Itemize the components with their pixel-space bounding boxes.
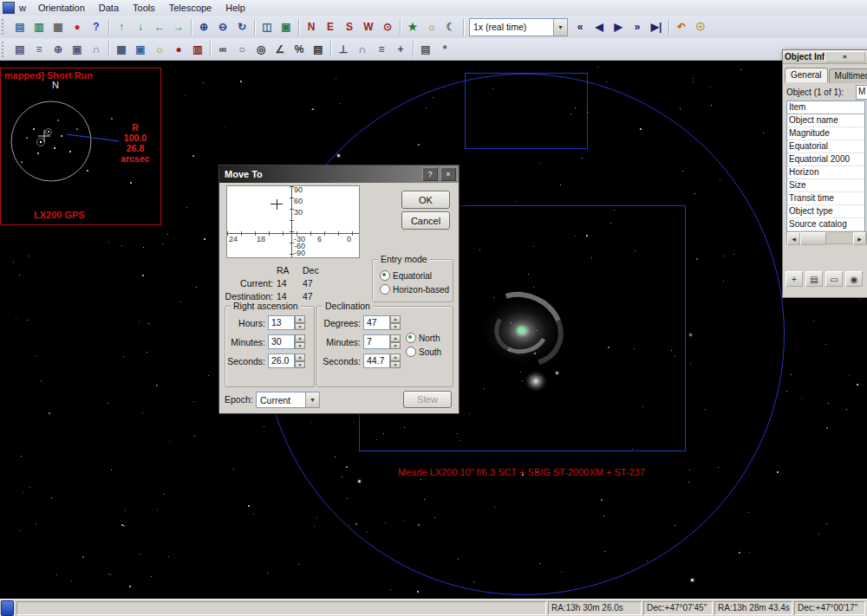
ra-seconds-input[interactable]: 26.0: [268, 353, 295, 368]
look-north-icon[interactable]: N: [302, 17, 321, 36]
dec-seconds-stepper[interactable]: ▲▼: [390, 353, 401, 368]
spin-up-icon[interactable]: ▲: [295, 315, 305, 323]
look-west-icon[interactable]: W: [359, 17, 378, 36]
observing-list-icon[interactable]: ≡: [29, 40, 49, 59]
slew-button[interactable]: Slew: [403, 391, 452, 408]
toolbar-grip[interactable]: [2, 19, 7, 35]
spin-up-icon[interactable]: ▲: [390, 315, 401, 323]
menu-item[interactable]: Data: [92, 2, 126, 14]
object-info-titlebar[interactable]: Object Information ×: [783, 50, 867, 64]
spin-down-icon[interactable]: ▼: [390, 323, 401, 331]
ra-seconds-stepper[interactable]: ▲▼: [295, 353, 305, 368]
dec-minutes-input[interactable]: 7: [363, 334, 390, 349]
zoom-out-icon[interactable]: ⊖: [213, 17, 232, 36]
spin-down-icon[interactable]: ▼: [295, 342, 305, 350]
field-width-icon[interactable]: ◫: [257, 17, 277, 36]
menu-item[interactable]: Help: [218, 2, 252, 14]
chevron-down-icon[interactable]: ▼: [305, 392, 319, 407]
list-item[interactable]: Transit time: [787, 192, 864, 205]
time-undo-icon[interactable]: ↶: [672, 17, 691, 36]
list-item[interactable]: Horizon: [787, 166, 864, 179]
hours-stepper[interactable]: ▲▼: [295, 315, 305, 330]
pan-object-icon[interactable]: +: [786, 271, 803, 287]
satellite-icon[interactable]: ★: [403, 17, 422, 36]
find-icon[interactable]: ⊕: [49, 40, 68, 59]
daylight-icon[interactable]: ☼: [150, 40, 169, 59]
list-item[interactable]: Magnitude: [787, 127, 864, 140]
spin-up-icon[interactable]: ▲: [295, 334, 305, 342]
dialog-close-button[interactable]: ×: [440, 167, 456, 181]
spin-down-icon[interactable]: ▼: [295, 361, 305, 369]
time-rate-combobox[interactable]: 1x (real time) ▼: [469, 18, 568, 36]
sun-finder-icon[interactable]: ☼: [422, 17, 441, 36]
time-step-forward-icon[interactable]: ▶: [609, 17, 628, 36]
time-skip-back-icon[interactable]: «: [570, 17, 590, 36]
spin-down-icon[interactable]: ▼: [295, 323, 305, 331]
chart-legend-icon[interactable]: ▤: [309, 40, 328, 59]
label-icon[interactable]: ▣: [68, 40, 87, 59]
calculator-icon[interactable]: ▦: [112, 40, 131, 59]
radio-icon[interactable]: [380, 284, 390, 295]
spin-down-icon[interactable]: ▼: [390, 361, 401, 369]
chevron-down-icon[interactable]: ▼: [553, 19, 567, 36]
list-item[interactable]: Source catalog: [787, 218, 864, 231]
radio-icon[interactable]: [380, 270, 390, 281]
close-icon[interactable]: ×: [825, 51, 866, 62]
angle-measure-icon[interactable]: ∠: [271, 40, 290, 59]
open-chart-icon[interactable]: ▥: [29, 17, 49, 36]
ok-button[interactable]: OK: [401, 191, 450, 209]
percent-zoom-icon[interactable]: %: [290, 40, 309, 59]
moon-finder-icon[interactable]: ☾: [441, 17, 460, 36]
object-info-tab[interactable]: General: [785, 68, 828, 82]
object-info-tab[interactable]: Multimedia: [829, 68, 867, 83]
night-vision-icon[interactable]: ●: [169, 40, 188, 59]
degrees-input[interactable]: 47: [363, 315, 390, 330]
menu-item[interactable]: Telescope: [162, 2, 219, 14]
radio-icon[interactable]: [406, 347, 416, 357]
focuser-icon[interactable]: ≡: [372, 40, 391, 59]
time-step-back-icon[interactable]: ◀: [590, 17, 609, 36]
galaxy-m51[interactable]: [473, 286, 572, 399]
south-radio[interactable]: South: [406, 347, 441, 357]
horizontal-scrollbar[interactable]: ◀ ▶: [786, 231, 867, 244]
list-item[interactable]: Size: [787, 179, 864, 192]
dec-minutes-stepper[interactable]: ▲▼: [390, 334, 401, 349]
fov-rings-icon[interactable]: ◎: [251, 40, 271, 59]
equatorial-radio[interactable]: Equatorial: [380, 270, 432, 281]
look-zenith-icon[interactable]: ⊙: [378, 17, 397, 36]
horizon-icon[interactable]: ∩: [87, 40, 106, 59]
toolbar-grip[interactable]: [2, 42, 7, 57]
chart-status-icon[interactable]: ▣: [277, 17, 296, 36]
list-item[interactable]: Equatorial 2000: [787, 153, 864, 166]
labels-icon[interactable]: ▣: [131, 40, 150, 59]
coordinate-chart[interactable]: 906030-30-60-90 241860: [226, 185, 360, 258]
cancel-button[interactable]: Cancel: [401, 211, 450, 230]
menu-item[interactable]: Tools: [126, 2, 162, 14]
spin-up-icon[interactable]: ▲: [390, 353, 401, 361]
print-info-icon[interactable]: ▭: [825, 271, 843, 287]
pan-right-icon[interactable]: →: [169, 17, 188, 36]
fov-circle-icon[interactable]: ○: [232, 40, 251, 59]
look-east-icon[interactable]: E: [321, 17, 340, 36]
north-radio[interactable]: North: [406, 333, 440, 343]
horizon-based-radio[interactable]: Horizon-based: [380, 284, 449, 295]
document-list-icon[interactable]: ▤: [10, 40, 29, 59]
menu-item-view-partial[interactable]: w: [18, 2, 31, 14]
pan-up-icon[interactable]: ↑: [112, 17, 131, 36]
help-icon[interactable]: ?: [87, 17, 106, 36]
ra-minutes-input[interactable]: 30: [268, 334, 295, 349]
pan-down-icon[interactable]: ↓: [131, 17, 150, 36]
epoch-combobox[interactable]: Current ▼: [256, 392, 320, 408]
guider-icon[interactable]: +: [391, 40, 410, 59]
copy-info-icon[interactable]: ▤: [805, 271, 823, 287]
zoom-in-icon[interactable]: ⊕: [194, 17, 213, 36]
menu-item[interactable]: Orientation: [31, 2, 92, 14]
new-chart-icon[interactable]: ▤: [10, 17, 29, 36]
settings-icon[interactable]: *: [435, 40, 454, 59]
degrees-stepper[interactable]: ▲▼: [390, 315, 401, 330]
spin-down-icon[interactable]: ▼: [390, 342, 401, 350]
scrollbar-thumb[interactable]: [800, 232, 826, 245]
photo-icon[interactable]: ▥: [188, 40, 207, 59]
clock-icon[interactable]: ☉: [691, 17, 710, 36]
rotate-view-icon[interactable]: ↻: [232, 17, 251, 36]
